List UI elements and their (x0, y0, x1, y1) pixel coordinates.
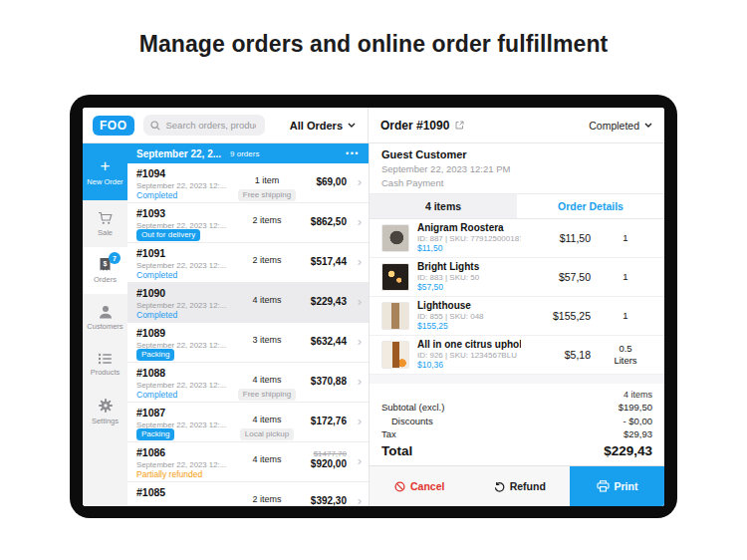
order-line-item[interactable]: Lighthouse ID: 855 | SKU: 048 $155,25 $1… (370, 297, 664, 336)
order-old-price: $1477,70 (314, 449, 347, 458)
line-item-quantity: 1 (599, 271, 652, 283)
chevron-right-icon: › (358, 374, 362, 389)
sidebar-label-sale: Sale (98, 228, 113, 237)
discounts-value: - $0,00 (622, 416, 652, 426)
sidebar-label-customers: Customers (87, 322, 123, 331)
order-price-block: $632,44 (311, 336, 347, 347)
order-list-date: September 22, 2... (136, 148, 221, 159)
sidebar-item-customers[interactable]: Customers (83, 294, 127, 341)
chevron-down-icon (644, 123, 652, 128)
total-value: $229,43 (604, 443, 652, 458)
search-icon (150, 121, 160, 131)
top-bar-left: FOO All Orders (83, 108, 369, 142)
tax-value: $29,93 (623, 428, 652, 439)
order-row-middle: 2 items (223, 215, 311, 225)
payment-method: Cash Payment (381, 177, 652, 188)
chevron-right-icon: › (358, 254, 362, 269)
customer-block: Guest Customer September 22, 2023 12:21 … (370, 143, 664, 194)
discounts-row: Discounts - $0,00 (381, 416, 652, 426)
totals-items-count: 4 items (381, 390, 652, 400)
sidebar-item-products[interactable]: Products (83, 341, 127, 388)
printer-icon (597, 480, 610, 492)
product-meta: ID: 926 | SKU: 1234567BLU (417, 351, 521, 360)
line-item-quantity: 1 (599, 310, 652, 322)
sidebar: + New Order Sale 7 $ Orders (83, 143, 127, 506)
product-unit-price: $11,50 (417, 244, 521, 254)
order-tag: Local pickup (240, 428, 294, 441)
product-unit-price: $57,50 (417, 283, 521, 293)
gear-icon (98, 398, 114, 414)
totals-block: 4 items Subtotal (excl.) $199,50 Discoun… (370, 384, 664, 466)
order-row[interactable]: #1089 September 22, 2023 12:... Packing … (127, 323, 369, 363)
order-id: #1086 (136, 446, 165, 458)
tab-items[interactable]: 4 items (370, 194, 517, 218)
order-row[interactable]: #1087 September 22, 2023 12:... Packing … (127, 403, 369, 442)
sidebar-item-settings[interactable]: Settings (83, 388, 127, 434)
tax-label: Tax (381, 428, 396, 439)
order-row[interactable]: #1091 September 22, 2023 12:... Complete… (127, 243, 369, 283)
line-item-price: $57,50 (529, 271, 591, 283)
product-unit-price: $155,25 (417, 322, 521, 332)
orders-filter-label: All Orders (290, 120, 343, 132)
order-price: $392,30 (311, 495, 347, 506)
order-row[interactable]: #1088 September 22, 2023 12:... Complete… (127, 363, 369, 403)
product-meta: ID: 883 | SKU: 50 (417, 273, 521, 282)
search-bar[interactable] (143, 115, 265, 136)
product-info: Lighthouse ID: 855 | SKU: 048 $155,25 (417, 300, 521, 332)
product-thumbnail (381, 224, 409, 252)
order-row[interactable]: #1090 September 22, 2023 12:... Complete… (127, 283, 369, 323)
product-thumbnail (381, 341, 409, 369)
order-row[interactable]: #1094 September 22, 2023 12:... Complete… (127, 163, 369, 203)
chevron-right-icon: › (358, 214, 362, 229)
order-items-count: 1 item (255, 175, 280, 185)
order-status-dropdown[interactable]: Completed (589, 120, 652, 132)
orders-filter-dropdown[interactable]: All Orders (290, 120, 356, 132)
order-row[interactable]: #1085 2 items $392,30 › (127, 482, 369, 506)
tab-order-details[interactable]: Order Details (517, 194, 664, 218)
order-status-value: Completed (589, 120, 639, 132)
chevron-right-icon: › (358, 453, 362, 468)
main-area: + New Order Sale 7 $ Orders (83, 143, 664, 506)
plus-icon: + (101, 157, 111, 174)
order-items-list: Anigram Roostera ID: 887 | SKU: 77912500… (370, 219, 664, 375)
order-row-middle: 2 items (223, 255, 311, 265)
order-price-block: $517,44 (311, 256, 347, 267)
cancel-button[interactable]: Cancel (370, 466, 470, 506)
sidebar-item-orders[interactable]: 7 $ Orders (83, 247, 127, 294)
sidebar-item-sale[interactable]: Sale (83, 200, 127, 247)
cancel-icon (394, 481, 405, 492)
print-button[interactable]: Print (570, 466, 664, 506)
order-id: #1094 (136, 167, 165, 179)
order-items-count: 4 items (252, 295, 281, 305)
new-order-button[interactable]: + New Order (83, 143, 127, 200)
product-info: All in one citrus upholstery cleaner ID:… (417, 339, 521, 371)
order-id: #1093 (136, 207, 165, 219)
order-price: $69,00 (316, 176, 347, 187)
tablet-frame: FOO All Orders Order #1090 (70, 95, 677, 518)
list-icon (98, 353, 113, 365)
detail-filler (370, 375, 664, 384)
order-price-block: $862,50 (311, 216, 347, 227)
line-item-price: $155,25 (529, 310, 591, 322)
order-row[interactable]: #1093 September 22, 2023 12:... Out for … (127, 203, 369, 243)
order-row[interactable]: #1086 September 22, 2023 12:... Partiall… (127, 442, 369, 482)
refund-button[interactable]: Refund (470, 466, 571, 506)
order-line-item[interactable]: Anigram Roostera ID: 887 | SKU: 77912500… (370, 219, 664, 258)
order-price-block: $370,88 (311, 376, 347, 387)
order-date: September 22, 2023 12:... (136, 261, 226, 270)
line-item-price: $5,18 (529, 349, 591, 361)
order-row-middle: 4 items Local pickup (223, 415, 311, 440)
order-status: Completed (136, 270, 177, 280)
chevron-right-icon: › (358, 334, 362, 349)
product-info: Bright Lights ID: 883 | SKU: 50 $57,50 (417, 261, 521, 293)
order-line-item[interactable]: Bright Lights ID: 883 | SKU: 50 $57,50 $… (370, 258, 664, 297)
line-item-quantity: 0.5 Liters (599, 343, 652, 367)
search-input[interactable] (164, 119, 258, 132)
line-item-price: $11,50 (529, 232, 591, 244)
order-row-middle: 4 items (223, 454, 311, 464)
order-line-item[interactable]: All in one citrus upholstery cleaner ID:… (370, 336, 664, 375)
cart-icon (98, 211, 114, 225)
total-label: Total (381, 443, 412, 458)
order-price: $172,76 (311, 416, 347, 426)
external-link-icon[interactable] (455, 121, 464, 130)
